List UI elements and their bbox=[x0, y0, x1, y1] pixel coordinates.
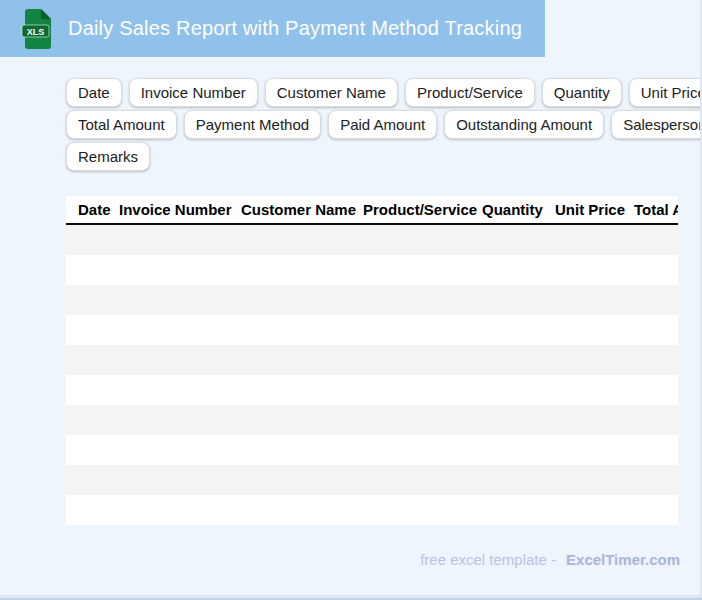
table-row bbox=[66, 375, 678, 405]
field-chips: DateInvoice NumberCustomer NameProduct/S… bbox=[66, 78, 702, 174]
chip-row: Remarks bbox=[66, 142, 702, 171]
xls-badge-label: XLS bbox=[27, 26, 45, 36]
field-chip-date[interactable]: Date bbox=[66, 78, 122, 107]
field-chip-unit-price[interactable]: Unit Price bbox=[629, 78, 702, 107]
table-row bbox=[66, 225, 678, 255]
titlebar: XLS Daily Sales Report with Payment Meth… bbox=[0, 0, 545, 57]
table-row bbox=[66, 345, 678, 375]
field-chip-salesperson[interactable]: Salesperson bbox=[611, 110, 702, 139]
table-body bbox=[66, 225, 678, 525]
footer-brand-link[interactable]: ExcelTimer.com bbox=[566, 551, 680, 568]
chip-row: DateInvoice NumberCustomer NameProduct/S… bbox=[66, 78, 702, 107]
table-row bbox=[66, 435, 678, 465]
table-row bbox=[66, 465, 678, 495]
field-chip-outstanding-amount[interactable]: Outstanding Amount bbox=[444, 110, 604, 139]
page-title: Daily Sales Report with Payment Method T… bbox=[68, 17, 522, 40]
page-edge-bottom bbox=[0, 595, 702, 600]
table-row bbox=[66, 255, 678, 285]
column-header-customer-name: Customer Name bbox=[241, 196, 356, 223]
field-chip-payment-method[interactable]: Payment Method bbox=[184, 110, 321, 139]
column-header-date: Date bbox=[78, 196, 111, 223]
column-header-quantity: Quantity bbox=[482, 196, 543, 223]
footer: free excel template - ExcelTimer.com bbox=[420, 549, 680, 569]
sales-table: DateInvoice NumberCustomer NameProduct/S… bbox=[66, 196, 678, 525]
table-row bbox=[66, 495, 678, 525]
field-chip-paid-amount[interactable]: Paid Amount bbox=[328, 110, 437, 139]
column-header-unit-price: Unit Price bbox=[555, 196, 625, 223]
column-header-invoice-number: Invoice Number bbox=[119, 196, 232, 223]
template-preview-page: XLS Daily Sales Report with Payment Meth… bbox=[0, 0, 702, 600]
table-header-row: DateInvoice NumberCustomer NameProduct/S… bbox=[66, 196, 678, 225]
field-chip-customer-name[interactable]: Customer Name bbox=[265, 78, 398, 107]
xls-file-icon: XLS bbox=[21, 8, 53, 50]
table-row bbox=[66, 315, 678, 345]
column-header-product-service: Product/Service bbox=[363, 196, 477, 223]
footer-text: free excel template - bbox=[420, 551, 556, 568]
field-chip-remarks[interactable]: Remarks bbox=[66, 142, 150, 171]
field-chip-product-service[interactable]: Product/Service bbox=[405, 78, 535, 107]
chip-row: Total AmountPayment MethodPaid AmountOut… bbox=[66, 110, 702, 139]
field-chip-total-amount[interactable]: Total Amount bbox=[66, 110, 177, 139]
field-chip-invoice-number[interactable]: Invoice Number bbox=[129, 78, 258, 107]
column-header-total-amount: Total Amount bbox=[634, 196, 678, 223]
table-row bbox=[66, 285, 678, 315]
field-chip-quantity[interactable]: Quantity bbox=[542, 78, 622, 107]
table-row bbox=[66, 405, 678, 435]
